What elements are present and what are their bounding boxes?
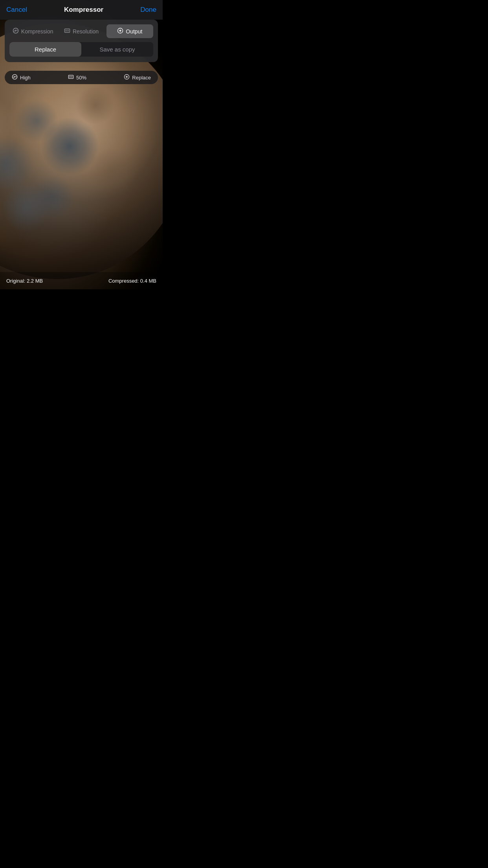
resolution-label: 50% [76, 75, 86, 81]
tab-resolution-label: Resolution [73, 28, 99, 35]
done-button[interactable]: Done [140, 3, 156, 17]
compression-status: High [12, 74, 31, 81]
resolution-status: 50% [68, 74, 86, 81]
output-label: Replace [132, 75, 151, 81]
tab-output-label: Output [126, 28, 142, 35]
svg-point-1 [15, 31, 16, 31]
svg-point-9 [14, 77, 15, 77]
tab-kompression-label: Kompression [21, 28, 53, 35]
replace-option[interactable]: Replace [9, 42, 81, 57]
save-as-copy-option[interactable]: Save as copy [81, 42, 153, 57]
tab-output[interactable]: Output [106, 24, 153, 38]
status-bar: High 50% Replace [5, 71, 158, 84]
tabs-row: Kompression Resolution [9, 24, 153, 38]
output-status: Replace [124, 74, 151, 81]
status-gauge-icon [12, 74, 18, 81]
tab-resolution[interactable]: Resolution [58, 24, 105, 38]
upload-icon [117, 28, 123, 35]
resolution-icon [64, 28, 70, 35]
compressed-size-label: Compressed: 0.4 MB [108, 278, 156, 284]
tab-panel: Kompression Resolution [5, 20, 158, 62]
page-title: Kompressor [64, 6, 103, 14]
gauge-icon [13, 28, 19, 35]
cancel-button[interactable]: Cancel [6, 3, 27, 17]
nav-bar: Cancel Kompressor Done [0, 0, 163, 20]
output-options: Replace Save as copy [9, 42, 153, 57]
tab-kompression[interactable]: Kompression [9, 24, 56, 38]
svg-rect-2 [64, 29, 70, 33]
status-resolution-icon [68, 74, 74, 81]
compression-label: High [20, 75, 31, 81]
svg-rect-10 [68, 75, 73, 78]
original-size-label: Original: 2.2 MB [6, 278, 43, 284]
status-upload-icon [124, 74, 130, 81]
bottom-info-bar: Original: 2.2 MB Compressed: 0.4 MB [0, 272, 163, 289]
